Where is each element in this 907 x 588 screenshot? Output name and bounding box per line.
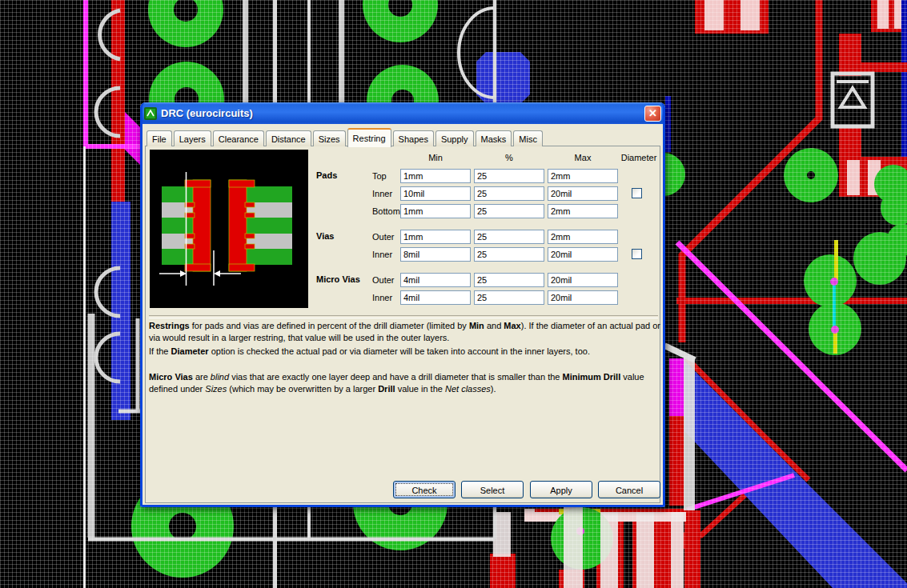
field-micro-vias-inner-percent[interactable]: [474, 290, 544, 305]
tab-supply[interactable]: Supply: [435, 130, 474, 146]
row-label-pads-inner: Inner: [372, 189, 392, 198]
preview-right-pad-stack: [229, 180, 292, 271]
dialog-titlebar[interactable]: DRC (eurocircuits) ✕: [140, 102, 665, 124]
tab-file[interactable]: File: [146, 130, 172, 146]
group-label-pads: Pads: [316, 170, 337, 180]
eagle-board-editor: { "window": { "title": "DRC (eurocircuit…: [0, 0, 907, 588]
close-icon[interactable]: ✕: [644, 106, 661, 122]
field-vias-outer-min[interactable]: [400, 230, 471, 244]
field-pads-inner-max[interactable]: [548, 186, 618, 201]
separator-line: [149, 315, 658, 318]
field-vias-inner-max[interactable]: [548, 247, 618, 262]
column-header-diameter: Diameter: [608, 153, 669, 162]
field-vias-inner-percent[interactable]: [474, 247, 544, 262]
field-pads-inner-min[interactable]: [400, 186, 471, 201]
description-restrings: Restrings for pads and vias are defined …: [149, 320, 661, 344]
tab-restring[interactable]: Restring: [347, 128, 391, 147]
cancel-button[interactable]: Cancel: [598, 481, 660, 498]
column-header-percent: %: [474, 153, 544, 162]
column-header-min: Min: [400, 153, 471, 162]
row-label-micro-vias-outer: Outer: [372, 275, 395, 285]
field-vias-outer-percent[interactable]: [474, 230, 544, 244]
checkbox-vias-diameter[interactable]: [632, 249, 642, 259]
tab-strip: File Layers Clearance Distance Sizes Res…: [146, 127, 544, 146]
tab-distance[interactable]: Distance: [266, 130, 311, 146]
dialog-title: DRC (eurocircuits): [161, 107, 644, 119]
field-pads-top-percent[interactable]: [474, 169, 544, 183]
field-pads-bottom-percent[interactable]: [474, 204, 544, 218]
field-pads-top-min[interactable]: [400, 169, 471, 183]
field-pads-bottom-min[interactable]: [400, 204, 471, 218]
group-label-micro-vias: Micro Vias: [316, 274, 360, 284]
tab-misc[interactable]: Misc: [513, 130, 543, 146]
field-pads-bottom-max[interactable]: [548, 204, 618, 218]
row-label-pads-bottom: Bottom: [372, 206, 400, 216]
tab-shapes[interactable]: Shapes: [393, 130, 434, 146]
group-label-vias: Vias: [316, 231, 334, 241]
row-label-micro-vias-inner: Inner: [372, 293, 392, 302]
field-pads-inner-percent[interactable]: [474, 186, 544, 201]
drc-dialog: DRC (eurocircuits) ✕ File Layers Clearan…: [140, 102, 665, 507]
tab-masks[interactable]: Masks: [476, 130, 512, 146]
tab-layers[interactable]: Layers: [174, 130, 211, 146]
check-button[interactable]: Check: [393, 481, 456, 498]
drc-app-icon: [144, 107, 157, 120]
tab-sizes[interactable]: Sizes: [313, 130, 346, 146]
field-vias-inner-min[interactable]: [400, 247, 471, 262]
row-label-pads-top: Top: [372, 171, 387, 181]
pcb-right-strip: [669, 358, 684, 506]
tab-clearance[interactable]: Clearance: [213, 130, 264, 146]
field-pads-top-max[interactable]: [548, 169, 618, 183]
description-diameter-option: If the Diameter option is checked the ac…: [149, 346, 661, 358]
field-micro-vias-outer-min[interactable]: [400, 273, 471, 287]
restring-preview-image: [150, 150, 308, 308]
select-button[interactable]: Select: [461, 481, 524, 498]
description-micro-vias: Micro Vias are blind vias that are exact…: [149, 371, 661, 395]
field-micro-vias-outer-percent[interactable]: [474, 273, 544, 287]
row-label-vias-inner: Inner: [372, 250, 392, 259]
checkbox-pads-diameter[interactable]: [632, 188, 642, 198]
row-label-vias-outer: Outer: [372, 232, 395, 242]
column-header-max: Max: [548, 153, 618, 162]
field-micro-vias-outer-max[interactable]: [548, 273, 618, 287]
field-vias-outer-max[interactable]: [548, 230, 618, 244]
apply-button[interactable]: Apply: [530, 481, 592, 498]
field-micro-vias-inner-min[interactable]: [400, 290, 471, 305]
field-micro-vias-inner-max[interactable]: [548, 290, 618, 305]
